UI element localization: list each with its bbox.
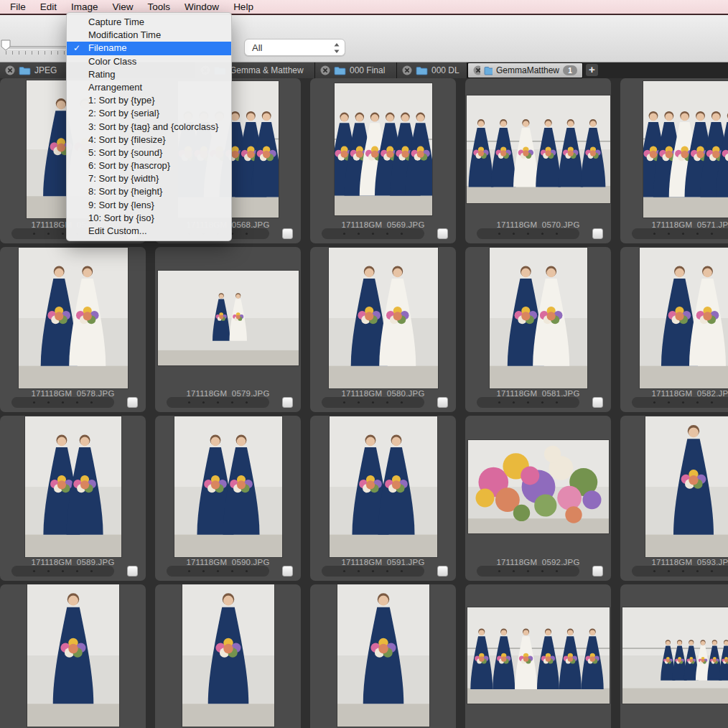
- rating-dot[interactable]: [513, 401, 515, 403]
- tag-checkbox[interactable]: [437, 566, 448, 577]
- menu-item-7-sort-by-width[interactable]: 7: Sort by {width}: [67, 172, 231, 185]
- rating-bar[interactable]: [477, 397, 579, 408]
- rating-dot[interactable]: [541, 570, 543, 572]
- tab-000-dl[interactable]: 000 DL: [397, 62, 467, 78]
- tag-checkbox[interactable]: [437, 228, 448, 239]
- rating-dot[interactable]: [527, 401, 529, 403]
- rating-dot[interactable]: [653, 401, 655, 403]
- thumbnail-size-slider-thumb[interactable]: [1, 39, 11, 51]
- menu-item-6-sort-by-hascrop[interactable]: 6: Sort by {hascrop}: [67, 159, 231, 172]
- rating-dot[interactable]: [62, 401, 64, 403]
- rating-dot[interactable]: [541, 401, 543, 403]
- photo-thumbnail[interactable]: [465, 584, 611, 727]
- close-tab-icon[interactable]: [320, 65, 330, 75]
- rating-dot[interactable]: [47, 401, 50, 403]
- rating-dot[interactable]: [653, 233, 655, 235]
- photo-thumbnail[interactable]: [310, 584, 456, 727]
- rating-dot[interactable]: [541, 233, 543, 235]
- rating-dot[interactable]: [711, 570, 713, 572]
- menu-item-3-sort-by-tag-and-colorclass[interactable]: 3: Sort by {tag} and {colorclass}: [67, 121, 231, 134]
- rating-dot[interactable]: [343, 401, 345, 403]
- rating-dot[interactable]: [527, 233, 529, 235]
- rating-dot[interactable]: [62, 570, 64, 572]
- photo-thumbnail[interactable]: [155, 247, 301, 389]
- rating-dot[interactable]: [33, 233, 35, 235]
- rating-bar[interactable]: [632, 566, 728, 577]
- photo-thumbnail[interactable]: [620, 416, 728, 558]
- rating-dot[interactable]: [556, 233, 558, 235]
- rating-dot[interactable]: [668, 233, 670, 235]
- tag-checkbox[interactable]: [282, 397, 293, 408]
- rating-dot[interactable]: [33, 401, 35, 403]
- menu-item-filename[interactable]: Filename✓: [67, 42, 231, 55]
- rating-dot[interactable]: [401, 570, 403, 572]
- rating-dot[interactable]: [682, 233, 684, 235]
- rating-dot[interactable]: [62, 233, 64, 235]
- rating-bar[interactable]: [167, 566, 269, 577]
- rating-dot[interactable]: [246, 233, 248, 235]
- tag-checkbox[interactable]: [592, 397, 603, 408]
- rating-dot[interactable]: [668, 401, 670, 403]
- close-tab-icon[interactable]: [5, 65, 15, 75]
- rating-bar[interactable]: [11, 397, 114, 408]
- tag-checkbox[interactable]: [437, 397, 448, 408]
- close-tab-icon[interactable]: [473, 65, 480, 75]
- photo-thumbnail[interactable]: [0, 416, 146, 558]
- rating-dot[interactable]: [90, 570, 93, 572]
- rating-dot[interactable]: [47, 233, 50, 235]
- rating-dot[interactable]: [668, 570, 670, 572]
- tag-checkbox[interactable]: [592, 228, 603, 239]
- rating-dot[interactable]: [246, 570, 248, 572]
- photo-thumbnail[interactable]: [620, 584, 728, 727]
- rating-dot[interactable]: [217, 570, 219, 572]
- rating-dot[interactable]: [47, 570, 50, 572]
- menu-item-modification-time[interactable]: Modification Time: [67, 29, 231, 42]
- tab-gemmamatthew[interactable]: GemmaMatthew1: [467, 62, 583, 78]
- filter-popup[interactable]: All: [244, 39, 345, 56]
- photo-thumbnail[interactable]: [310, 247, 456, 389]
- rating-dot[interactable]: [386, 233, 388, 235]
- menu-item-2-sort-by-serial[interactable]: 2: Sort by {serial}: [67, 107, 231, 120]
- tag-checkbox[interactable]: [592, 566, 603, 577]
- menu-item-1-sort-by-type[interactable]: 1: Sort by {type}: [67, 94, 231, 107]
- rating-bar[interactable]: [322, 566, 424, 577]
- rating-dot[interactable]: [653, 570, 655, 572]
- tag-checkbox[interactable]: [282, 566, 293, 577]
- rating-dot[interactable]: [696, 233, 699, 235]
- rating-dot[interactable]: [231, 570, 233, 572]
- rating-bar[interactable]: [632, 228, 728, 239]
- menu-item-capture-time[interactable]: Capture Time: [67, 16, 231, 29]
- photo-thumbnail[interactable]: [155, 416, 301, 558]
- rating-dot[interactable]: [358, 401, 360, 403]
- photo-thumbnail[interactable]: [465, 247, 611, 389]
- close-tab-icon[interactable]: [402, 65, 412, 75]
- rating-dot[interactable]: [188, 570, 190, 572]
- rating-dot[interactable]: [231, 401, 233, 403]
- rating-dot[interactable]: [401, 233, 403, 235]
- menu-item-arrangement[interactable]: Arrangement: [67, 81, 231, 94]
- menu-item-9-sort-by-lens[interactable]: 9: Sort by {lens}: [67, 199, 231, 212]
- tab-jpeg[interactable]: JPEG: [0, 62, 68, 78]
- rating-dot[interactable]: [246, 401, 248, 403]
- tag-checkbox[interactable]: [127, 397, 138, 408]
- rating-bar[interactable]: [322, 397, 424, 408]
- rating-bar[interactable]: [11, 566, 114, 577]
- photo-thumbnail[interactable]: [310, 78, 456, 220]
- photo-thumbnail[interactable]: [310, 416, 456, 558]
- rating-dot[interactable]: [682, 570, 684, 572]
- rating-dot[interactable]: [202, 401, 205, 403]
- rating-dot[interactable]: [372, 401, 374, 403]
- rating-dot[interactable]: [76, 570, 78, 572]
- photo-thumbnail[interactable]: [620, 78, 728, 220]
- rating-dot[interactable]: [217, 401, 219, 403]
- rating-dot[interactable]: [696, 401, 699, 403]
- rating-dot[interactable]: [498, 401, 500, 403]
- menubar-item-file[interactable]: File: [3, 0, 33, 14]
- menu-item-edit-custom[interactable]: Edit Custom...: [67, 225, 231, 238]
- add-tab-button[interactable]: +: [586, 64, 598, 76]
- menu-item-rating[interactable]: Rating: [67, 68, 231, 81]
- rating-dot[interactable]: [498, 570, 500, 572]
- rating-dot[interactable]: [513, 570, 515, 572]
- photo-thumbnail[interactable]: [620, 247, 728, 389]
- photo-thumbnail[interactable]: [155, 584, 301, 727]
